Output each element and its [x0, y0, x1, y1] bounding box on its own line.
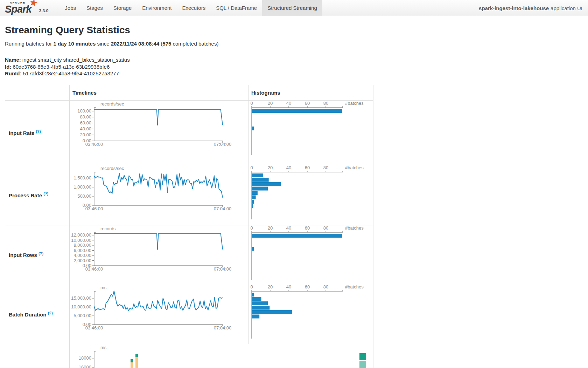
svg-text:80: 80 [323, 101, 328, 106]
tab-label[interactable]: Executors [177, 0, 211, 16]
row-label-process-rate: Process Rate (?) [5, 165, 70, 225]
tab-label[interactable]: Jobs [59, 0, 81, 16]
header-histograms: Histograms [248, 85, 373, 100]
top-navbar: APACHE Spark ★ 3.3.0 JobsStagesStorageEn… [0, 0, 588, 16]
svg-text:60: 60 [305, 101, 310, 106]
tab-executors[interactable]: Executors [177, 0, 211, 16]
svg-text:07:04:00: 07:04:00 [214, 325, 232, 330]
svg-text:0: 0 [250, 225, 253, 231]
svg-text:40: 40 [286, 165, 291, 170]
input-rows-histogram-cell: 020406080#batches [248, 225, 373, 284]
spark-label: Spark [5, 4, 31, 14]
batch-duration-timeline-chart: ms15,000.0010,000.005,000.000.0003:46:00… [70, 284, 248, 342]
svg-text:40: 40 [286, 284, 291, 289]
svg-text:100.00: 100.00 [77, 108, 91, 114]
svg-text:500.00: 500.00 [77, 193, 91, 199]
running-since: 2022/11/24 08:08:44 [111, 41, 159, 47]
svg-text:10,000.00: 10,000.00 [71, 237, 91, 243]
svg-text:16000: 16000 [79, 364, 91, 368]
stats-row-batch-duration: Batch Duration (?)ms15,000.0010,000.005,… [5, 284, 373, 344]
app-suffix: application UI [551, 5, 582, 11]
input-rows-timeline-chart: records12,000.0010,000.008,000.006,000.0… [70, 225, 248, 282]
stats-header-row: Timelines Histograms [5, 85, 373, 100]
svg-text:03:46:00: 03:46:00 [85, 142, 103, 147]
help-link-process-rate[interactable]: (?) [43, 192, 48, 196]
spark-logo[interactable]: APACHE Spark ★ 3.3.0 [0, 0, 53, 16]
id-value: 60dc3768-85e3-4fb5-a13c-63b29938bfe6 [13, 64, 110, 70]
tab-jobs[interactable]: Jobs [59, 0, 81, 16]
svg-text:1,500.00: 1,500.00 [74, 175, 91, 180]
svg-text:ms: ms [100, 285, 107, 290]
input-rate-histogram-chart: 020406080#batches [248, 101, 373, 163]
streaming-stats-table: Timelines Histograms Input Rate (?)recor… [5, 85, 373, 368]
batch-duration-timeline-cell: ms15,000.0010,000.005,000.000.0003:46:00… [70, 284, 248, 344]
svg-text:03:46:00: 03:46:00 [85, 266, 103, 272]
app-title: spark-ingest-into-lakehouse application … [479, 0, 582, 16]
tab-label[interactable]: Environment [137, 0, 177, 16]
process-rate-histogram-cell: 020406080#batches [248, 165, 373, 225]
tab-environment[interactable]: Environment [137, 0, 177, 16]
tab-structured-streaming[interactable]: Structured Streaming [262, 0, 322, 16]
svg-text:#batches: #batches [345, 101, 364, 106]
svg-text:03:46:00: 03:46:00 [85, 206, 103, 211]
id-label: Id: [5, 64, 11, 70]
query-id-line: Id:60dc3768-85e3-4fb5-a13c-63b29938bfe6 [5, 63, 583, 70]
spark-version: 3.3.0 [39, 8, 49, 14]
svg-text:0: 0 [250, 101, 253, 106]
help-link-input-rate[interactable]: (?) [36, 129, 41, 134]
svg-text:60: 60 [305, 165, 310, 170]
input-rate-timeline-cell: records/sec100.0080.0060.0040.0020.000.0… [70, 100, 248, 165]
tab-label[interactable]: Stages [81, 0, 108, 16]
input-rate-timeline-chart: records/sec100.0080.0060.0040.0020.000.0… [70, 101, 248, 163]
input-rate-histogram-cell: 020406080#batches [248, 100, 373, 165]
svg-text:0: 0 [250, 284, 253, 289]
row-label-input-rate: Input Rate (?) [5, 100, 70, 165]
completed-batches-count: 575 [162, 41, 171, 47]
runid-label: RunId: [5, 70, 21, 76]
stats-row-process-rate: Process Rate (?)records/sec1,500.001,000… [5, 165, 373, 225]
svg-text:03:46:00: 03:46:00 [85, 325, 103, 330]
svg-text:4,000.00: 4,000.00 [74, 253, 91, 258]
tab-label[interactable]: SQL / DataFrame [211, 0, 262, 16]
svg-text:18000: 18000 [79, 355, 91, 361]
header-empty [5, 85, 70, 100]
svg-text:20: 20 [268, 101, 273, 106]
runid-value: 517afd3f-28e2-4ba8-9fe4-4102527a3277 [23, 70, 119, 76]
help-link-input-rows[interactable]: (?) [38, 251, 43, 255]
running-prefix: Running batches for [5, 41, 53, 47]
svg-text:60.00: 60.00 [80, 120, 91, 125]
svg-text:80: 80 [323, 165, 328, 170]
name-label: Name: [5, 57, 21, 63]
svg-text:#batches: #batches [345, 165, 364, 170]
svg-text:10,000.00: 10,000.00 [71, 304, 91, 309]
running-batches-line: Running batches for 1 day 10 minutes sin… [5, 41, 583, 47]
tab-storage[interactable]: Storage [108, 0, 137, 16]
help-link-batch-duration[interactable]: (?) [48, 311, 53, 315]
svg-text:8,000.00: 8,000.00 [74, 243, 91, 248]
svg-text:20: 20 [268, 165, 273, 170]
svg-text:ms: ms [100, 345, 107, 350]
name-value: ingest smart_city shared_bikes_station_s… [22, 57, 130, 63]
svg-text:15,000.00: 15,000.00 [71, 295, 91, 301]
svg-text:60: 60 [305, 225, 310, 231]
operation-duration-timeline-chart: ms180001600014000 [70, 344, 373, 368]
svg-text:records: records [100, 226, 116, 231]
tab-sql-dataframe[interactable]: SQL / DataFrame [211, 0, 262, 16]
tab-label[interactable]: Storage [108, 0, 137, 16]
query-runid-line: RunId:517afd3f-28e2-4ba8-9fe4-4102527a32… [5, 70, 583, 77]
app-name: spark-ingest-into-lakehouse [479, 5, 549, 11]
svg-text:#batches: #batches [345, 284, 364, 289]
tab-label[interactable]: Structured Streaming [262, 0, 322, 16]
svg-text:records/sec: records/sec [100, 166, 124, 171]
process-rate-timeline-cell: records/sec1,500.001,000.00500.000.0003:… [70, 165, 248, 225]
svg-text:20: 20 [268, 225, 273, 231]
row-label-input-rows: Input Rows (?) [5, 225, 70, 284]
svg-text:40.00: 40.00 [80, 126, 91, 131]
query-meta: Name:ingest smart_city shared_bikes_stat… [5, 56, 583, 77]
spark-wordmark: APACHE Spark ★ [5, 1, 31, 14]
running-paren: ( [159, 41, 162, 47]
stats-row-input-rate: Input Rate (?)records/sec100.0080.0060.0… [5, 100, 373, 165]
tab-stages[interactable]: Stages [81, 0, 108, 16]
svg-text:20: 20 [268, 284, 273, 289]
svg-text:1,000.00: 1,000.00 [74, 184, 91, 190]
